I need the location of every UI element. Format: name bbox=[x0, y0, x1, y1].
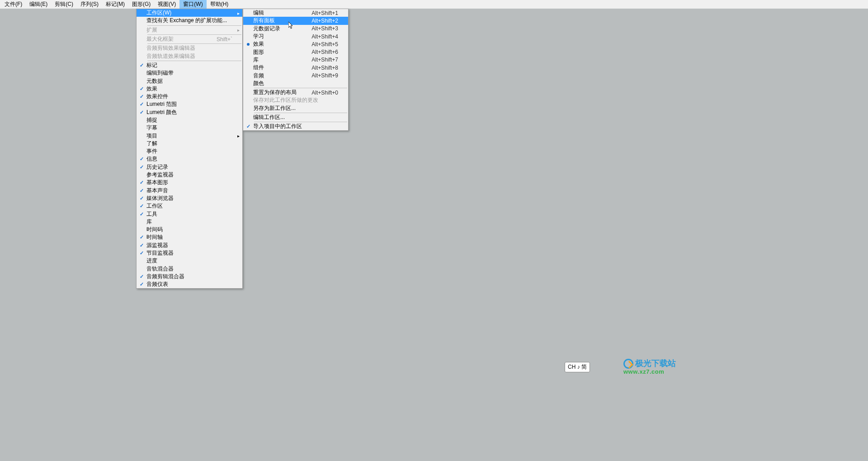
watermark: 极光下载站 www.xz7.com bbox=[623, 359, 676, 375]
submenu-arrow-icon bbox=[236, 10, 242, 16]
window-menu-item-label: 最大化框架 bbox=[146, 35, 217, 43]
menu-shortcut: Alt+Shift+9 bbox=[311, 72, 342, 79]
checkmark-icon bbox=[137, 234, 146, 240]
window-menu-item[interactable]: 音轨混合器 bbox=[137, 265, 242, 273]
workspace-menu-item-label: 组件 bbox=[253, 64, 311, 71]
workspace-menu-item[interactable]: 编辑Alt+Shift+1 bbox=[243, 9, 348, 17]
window-menu-item[interactable]: 事件 bbox=[137, 147, 242, 155]
window-menu-item[interactable]: 时间码 bbox=[137, 226, 242, 233]
workspace-menu-item[interactable]: 颜色 bbox=[243, 80, 348, 87]
window-menu-item-label: 工作区(W) bbox=[146, 9, 236, 17]
window-menu-item-label: 库 bbox=[146, 218, 236, 226]
workspace-menu-item[interactable]: 学习Alt+Shift+4 bbox=[243, 33, 348, 40]
menu-shortcut: Alt+Shift+5 bbox=[311, 41, 342, 48]
ime-indicator[interactable]: CH ♪ 简 bbox=[565, 362, 590, 372]
window-menu-item-label: 事件 bbox=[146, 147, 236, 155]
window-menu-item-label: 参考监视器 bbox=[146, 171, 236, 179]
workspace-menu-item: 保存对此工作区所做的更改 bbox=[243, 96, 348, 104]
window-menu-item[interactable]: 元数据 bbox=[137, 77, 242, 85]
window-menu-separator bbox=[147, 43, 241, 44]
window-menu-item-label: 信息 bbox=[146, 155, 236, 163]
window-menu-item: 扩展 bbox=[137, 26, 242, 34]
workspace-menu-item[interactable]: 另存为新工作区... bbox=[243, 105, 348, 112]
menu-sequence[interactable]: 序列(S) bbox=[77, 0, 102, 9]
window-menu-item[interactable]: 查找有关 Exchange 的扩展功能... bbox=[137, 17, 242, 24]
window-menu-item[interactable]: 基本声音 bbox=[137, 187, 242, 195]
menu-markers[interactable]: 标记(M) bbox=[102, 0, 128, 9]
menu-shortcut: Alt+Shift+3 bbox=[311, 25, 342, 32]
workspace-menu-item[interactable]: 元数据记录Alt+Shift+3 bbox=[243, 25, 348, 33]
window-menu-item[interactable]: 了解 bbox=[137, 140, 242, 147]
menu-edit[interactable]: 编辑(E) bbox=[26, 0, 51, 9]
window-menu-item[interactable]: 项目 bbox=[137, 132, 242, 139]
window-menu-item[interactable]: 参考监视器 bbox=[137, 171, 242, 179]
window-menu-item-label: 音轨混合器 bbox=[146, 265, 236, 273]
menu-file[interactable]: 文件(F) bbox=[1, 0, 26, 9]
workspace-menu-separator bbox=[254, 88, 347, 88]
menu-clip[interactable]: 剪辑(C) bbox=[51, 0, 77, 9]
window-menu-item-label: 节目监视器 bbox=[146, 249, 236, 257]
workspace-menu-item-label: 效果 bbox=[253, 40, 311, 48]
workspace-menu-item[interactable]: 库Alt+Shift+7 bbox=[243, 56, 348, 64]
menu-shortcut: Alt+Shift+2 bbox=[311, 18, 342, 24]
checkmark-icon bbox=[137, 86, 146, 92]
window-menu-item: 音频轨道效果编辑器 bbox=[137, 52, 242, 60]
workspace-menu-item-label: 元数据记录 bbox=[253, 25, 311, 33]
menu-help[interactable]: 帮助(H) bbox=[207, 0, 232, 9]
window-menu-item[interactable]: 源监视器 bbox=[137, 242, 242, 249]
checkmark-icon bbox=[137, 250, 146, 256]
window-menu-item[interactable]: Lumetri 范围 bbox=[137, 100, 242, 108]
window-menu-item[interactable]: 进度 bbox=[137, 257, 242, 265]
window-menu-item-label: 元数据 bbox=[146, 77, 236, 85]
window-menu-item[interactable]: 节目监视器 bbox=[137, 249, 242, 257]
checkmark-icon bbox=[137, 94, 146, 100]
window-menu-item[interactable]: 工作区(W) bbox=[137, 9, 242, 17]
window-menu-item[interactable]: 音频仪表 bbox=[137, 280, 242, 288]
window-menu-item[interactable]: 音频剪辑混合器 bbox=[137, 273, 242, 280]
window-menu-item[interactable]: 效果控件 bbox=[137, 93, 242, 100]
workspace-menu-item[interactable]: 重置为保存的布局Alt+Shift+0 bbox=[243, 89, 348, 96]
window-menu-item[interactable]: 基本图形 bbox=[137, 179, 242, 186]
window-menu-item-label: 扩展 bbox=[146, 26, 236, 34]
checkmark-icon bbox=[137, 62, 146, 68]
menu-graphics[interactable]: 图形(G) bbox=[128, 0, 154, 9]
window-menu-item[interactable]: 时间轴 bbox=[137, 233, 242, 241]
watermark-logo-icon bbox=[623, 359, 633, 369]
window-menu-item[interactable]: 媒体浏览器 bbox=[137, 195, 242, 202]
workspace-menu-item[interactable]: 导入项目中的工作区 bbox=[243, 123, 348, 130]
workspace-menu-item-label: 编辑 bbox=[253, 9, 311, 17]
checkmark-icon bbox=[137, 281, 146, 287]
window-menu-item[interactable]: 标记 bbox=[137, 62, 242, 69]
workspace-menu-item-label: 库 bbox=[253, 56, 311, 64]
menu-view[interactable]: 视图(V) bbox=[154, 0, 179, 9]
workspace-menu-item[interactable]: 所有面板Alt+Shift+2 bbox=[243, 17, 348, 24]
window-menu-item-label: 编辑到磁带 bbox=[146, 69, 236, 77]
workspace-menu-item[interactable]: 图形Alt+Shift+6 bbox=[243, 48, 348, 56]
window-menu-item-label: 音频剪辑效果编辑器 bbox=[146, 44, 236, 52]
window-menu-item[interactable]: 字幕 bbox=[137, 124, 242, 132]
window-menu-item[interactable]: 效果 bbox=[137, 85, 242, 93]
menu-window[interactable]: 窗口(W) bbox=[179, 0, 206, 9]
window-menu-item[interactable]: 捕捉 bbox=[137, 116, 242, 124]
workspace-menu-item[interactable]: 效果Alt+Shift+5 bbox=[243, 40, 348, 48]
workspace-menu-item[interactable]: 编辑工作区... bbox=[243, 114, 348, 121]
window-menu-item[interactable]: 工具 bbox=[137, 210, 242, 218]
window-menu-item[interactable]: 历史记录 bbox=[137, 163, 242, 171]
workspace-menu-item-label: 所有面板 bbox=[253, 17, 311, 24]
checkmark-icon bbox=[137, 109, 146, 115]
window-menu-item[interactable]: 编辑到磁带 bbox=[137, 69, 242, 77]
window-menu-item-label: 效果控件 bbox=[146, 93, 236, 100]
workspace-menu-item[interactable]: 组件Alt+Shift+8 bbox=[243, 64, 348, 71]
window-menu-item[interactable]: Lumetri 颜色 bbox=[137, 109, 242, 116]
workspace-menu-item-label: 另存为新工作区... bbox=[253, 105, 342, 112]
window-menu-item[interactable]: 库 bbox=[137, 218, 242, 226]
workspace-menu-item-label: 编辑工作区... bbox=[253, 114, 342, 121]
workspace-menu-item[interactable]: 音频Alt+Shift+9 bbox=[243, 71, 348, 79]
menubar: 文件(F) 编辑(E) 剪辑(C) 序列(S) 标记(M) 图形(G) 视图(V… bbox=[0, 0, 868, 9]
window-menu-item-label: 时间码 bbox=[146, 226, 236, 233]
window-menu-separator bbox=[147, 61, 241, 61]
window-menu-item[interactable]: 工作区 bbox=[137, 202, 242, 210]
window-menu-item-label: 字幕 bbox=[146, 124, 236, 132]
window-menu-item-label: 查找有关 Exchange 的扩展功能... bbox=[146, 17, 236, 24]
window-menu-item[interactable]: 信息 bbox=[137, 155, 242, 163]
